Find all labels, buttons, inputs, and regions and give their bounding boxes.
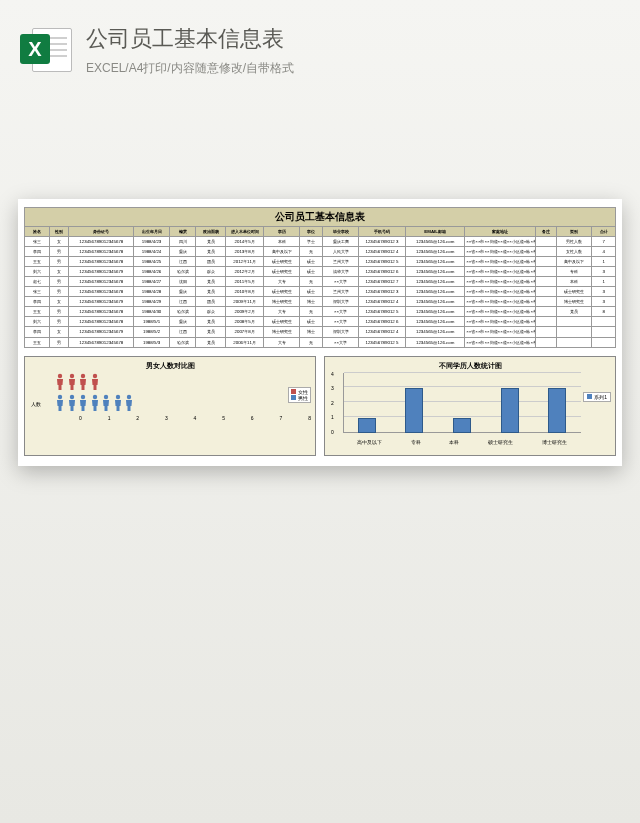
- table-cell: 王五: [25, 307, 50, 317]
- table-row: 张三女1234567890123456781988/4/23四川党员2014年5…: [25, 237, 616, 247]
- svg-point-5: [69, 394, 73, 398]
- column-header: 身份证号: [69, 227, 134, 237]
- table-cell: 高中及以下: [556, 257, 591, 267]
- table-cell: 大专: [264, 277, 299, 287]
- person-icon: [90, 394, 100, 412]
- svg-point-1: [69, 373, 73, 377]
- table-cell: 1234565@126.com: [406, 287, 465, 297]
- y-axis-label: 人数: [31, 401, 41, 407]
- person-icon: [55, 394, 65, 412]
- person-icon: [101, 394, 111, 412]
- svg-point-10: [127, 394, 131, 398]
- table-cell: ××省××市××街道××道××小区道×栋×单元×室: [465, 267, 536, 277]
- table-cell: 123456789012 4: [358, 297, 405, 307]
- table-cell: 1234565@126.com: [406, 327, 465, 337]
- table-cell: 123456789012345678: [69, 337, 134, 347]
- person-icon: [55, 373, 65, 391]
- table-cell: [536, 277, 557, 287]
- table-cell: 2012年2月: [225, 267, 263, 277]
- table-cell: 兰州大学: [323, 257, 358, 267]
- table-cell: 党员: [196, 237, 226, 247]
- female-row: [55, 373, 311, 391]
- table-cell: 123456789012 3: [358, 237, 405, 247]
- table-cell: 123456789012 3: [358, 287, 405, 297]
- table-row: 刘六男1234567890123456781988/5/1重庆党员2008年5月…: [25, 317, 616, 327]
- table-cell: 123456789012 6: [358, 267, 405, 277]
- table-cell: 123456789012345678: [69, 237, 134, 247]
- table-cell: 男: [50, 337, 69, 347]
- table-cell: 群众: [196, 267, 226, 277]
- table-cell: 1234565@126.com: [406, 317, 465, 327]
- chart-legend: 女性 男性: [288, 387, 311, 403]
- male-row: [55, 394, 311, 412]
- table-cell: 2012年11月: [225, 257, 263, 267]
- table-cell: 123456789012345678: [69, 257, 134, 267]
- table-cell: 党员: [196, 337, 226, 347]
- table-cell: 党员: [196, 287, 226, 297]
- table-cell: 1988/4/30: [134, 307, 169, 317]
- table-cell: 博士研究生: [556, 297, 591, 307]
- table-cell: 人民大学: [323, 247, 358, 257]
- page-subtitle: EXCEL/A4打印/内容随意修改/自带格式: [86, 60, 294, 77]
- sheet-title: 公司员工基本信息表: [24, 207, 616, 226]
- page-header: X 公司员工基本信息表 EXCEL/A4打印/内容随意修改/自带格式: [0, 0, 640, 89]
- table-row: 李四女1234567890123456791988/4/29江西团员2009年1…: [25, 297, 616, 307]
- table-cell: ××省××市××街道××道××小区道×栋×单元×室: [465, 277, 536, 287]
- table-cell: ××大学: [323, 277, 358, 287]
- column-header: 合计: [592, 227, 616, 237]
- y-axis-ticks: 43210: [331, 371, 334, 435]
- table-cell: 专科: [556, 267, 591, 277]
- table-cell: 博士: [299, 327, 323, 337]
- bar: [453, 418, 471, 433]
- table-cell: 2010年8月: [225, 287, 263, 297]
- table-cell: 江西: [169, 257, 196, 267]
- table-cell: 2006年11月: [225, 337, 263, 347]
- column-header: 籍贯: [169, 227, 196, 237]
- table-cell: 重庆工商: [323, 237, 358, 247]
- person-icon: [78, 373, 88, 391]
- table-cell: 1234565@126.com: [406, 267, 465, 277]
- table-row: 王五男1234567890123456781988/4/25江西团员2012年1…: [25, 257, 616, 267]
- column-header: 手机号码: [358, 227, 405, 237]
- table-row: 李四女1234567890123456791988/5/2江西党员2007年8月…: [25, 327, 616, 337]
- table-cell: 四川: [169, 237, 196, 247]
- column-header: 备注: [536, 227, 557, 237]
- table-cell: 张三: [25, 237, 50, 247]
- table-cell: 深圳大学: [323, 327, 358, 337]
- table-row: 王五男1234567890123456781988/5/3哈尔滨党员2006年1…: [25, 337, 616, 347]
- table-cell: 123456789012 6: [358, 317, 405, 327]
- table-cell: ××大学: [323, 307, 358, 317]
- x-axis-labels: 高中及以下专科本科硕士研究生博士研究生: [343, 440, 581, 445]
- table-cell: 女: [50, 327, 69, 337]
- table-cell: 党员: [196, 247, 226, 257]
- table-cell: [556, 317, 591, 327]
- table-cell: 1234565@126.com: [406, 237, 465, 247]
- table-cell: 1988/4/26: [134, 267, 169, 277]
- table-cell: 123456789012 4: [358, 327, 405, 337]
- table-cell: 团员: [196, 257, 226, 267]
- bar: [501, 388, 519, 433]
- table-cell: 1234565@126.com: [406, 307, 465, 317]
- person-icon: [78, 394, 88, 412]
- table-cell: 硕士: [299, 287, 323, 297]
- table-cell: 3: [592, 297, 616, 307]
- table-header-row: 姓名性别身份证号出生年月日籍贯政治面貌进入本单位时间学历学位毕业学校手机号码EM…: [25, 227, 616, 237]
- table-cell: 7: [592, 237, 616, 247]
- table-cell: 本科: [264, 237, 299, 247]
- column-header: 家庭地址: [465, 227, 536, 237]
- table-cell: ××省××市××街道××道××小区道×栋×单元×室: [465, 307, 536, 317]
- table-cell: [536, 237, 557, 247]
- table-cell: [556, 327, 591, 337]
- column-header: 出生年月日: [134, 227, 169, 237]
- table-cell: 团员: [196, 297, 226, 307]
- worksheet-preview: 公司员工基本信息表 姓名性别身份证号出生年月日籍贯政治面貌进入本单位时间学历学位…: [18, 199, 622, 466]
- header-text: 公司员工基本信息表 EXCEL/A4打印/内容随意修改/自带格式: [86, 24, 294, 77]
- table-cell: 硕士: [299, 267, 323, 277]
- table-cell: 3: [592, 287, 616, 297]
- table-cell: 党员: [556, 307, 591, 317]
- table-cell: 哈尔滨: [169, 307, 196, 317]
- bars-container: [343, 373, 581, 433]
- table-cell: 江西: [169, 327, 196, 337]
- svg-point-3: [92, 373, 96, 377]
- table-cell: ××省××市××街道××道××小区道×栋×单元×室: [465, 337, 536, 347]
